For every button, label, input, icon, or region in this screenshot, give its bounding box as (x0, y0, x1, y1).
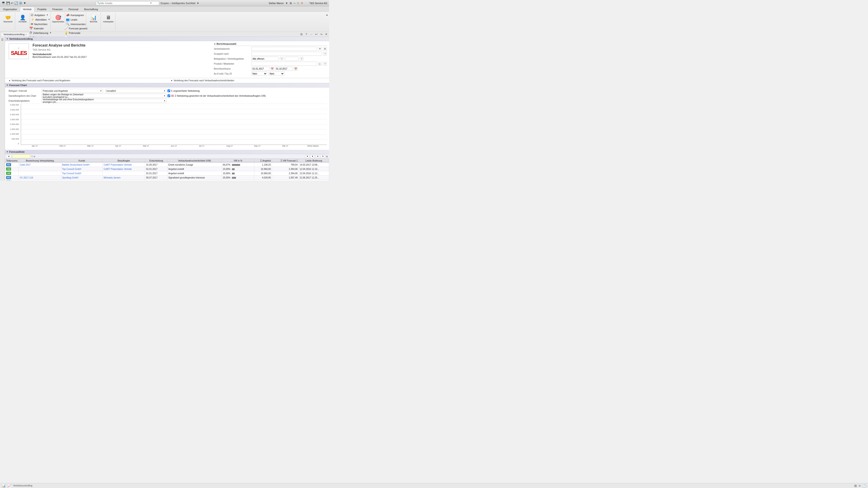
link-kunde-3[interactable]: Sportbag GmbH (62, 176, 79, 179)
section-forecast-chart[interactable]: ▼ Forecast Chart (5, 83, 329, 88)
checkbox-ungewichtet[interactable] (167, 90, 170, 92)
search-dropdown[interactable]: ▼ (197, 2, 199, 4)
help-icon[interactable]: ? (304, 32, 308, 36)
filter-btn-vb[interactable]: ⊞ (323, 47, 327, 51)
th-beauftragter[interactable]: Beauftragter (103, 159, 145, 163)
date-from[interactable] (251, 67, 270, 71)
filter-btn-gruppiert[interactable]: ▽ (323, 52, 327, 56)
dropdown-entscheidung[interactable]: Vertriebsbelege mit und ohne Entscheidun… (41, 99, 166, 103)
redo-icon[interactable]: ↪ (319, 32, 323, 36)
link-beauftragter-1[interactable]: CeBIT Präsentation Vertrieb (103, 168, 131, 170)
aufgaben-dropdown[interactable]: ▼ (46, 14, 48, 16)
doc-tab-vertriebscontrolling[interactable]: Vertriebscontrolling × (1, 32, 29, 37)
doc-tab-close[interactable]: × (26, 33, 27, 36)
search-input[interactable] (100, 2, 150, 4)
save-icon[interactable]: 💾 (6, 1, 10, 5)
input-gruppiert[interactable] (251, 52, 322, 56)
expand-icon-produkt[interactable]: ▷ (318, 62, 322, 66)
undo2-icon[interactable]: ↩ (314, 32, 318, 36)
input-vertriebsbericht[interactable] (251, 47, 317, 51)
zeiterfassung-dropdown[interactable]: ▼ (50, 32, 51, 34)
th-vw-text[interactable]: Verkaufswahrscheinlichkeit (VW) (167, 159, 222, 163)
ribbon-collapse[interactable]: ▲ (326, 13, 328, 16)
user-dropdown[interactable]: ▼ (285, 2, 288, 4)
aufgaben-button[interactable]: ☑ Aufgaben ▼ (30, 13, 51, 17)
window-minimize[interactable]: ─ (293, 2, 296, 5)
dist-header-left[interactable]: ▼ Verteilung des Forecasts nach Potenzia… (8, 79, 163, 82)
teamwork-button[interactable]: 🤝 Teamwork (2, 13, 13, 25)
th-angebot[interactable]: Σ Angebot (254, 159, 272, 163)
link-name-0[interactable]: Cebit 2017 (20, 164, 31, 166)
berichte-button[interactable]: 📊 Berichte (88, 13, 99, 25)
tab-beschaffung[interactable]: Beschaffung (81, 6, 101, 11)
tab-finanzen[interactable]: Finanzen (50, 6, 66, 11)
link-beauftragter-0[interactable]: CeBIT Präsentation Vertrieb (103, 164, 131, 166)
col-dropdown-2[interactable]: ▼ (310, 155, 315, 158)
th-bezeichnung[interactable]: Bezeichnung Verkaufsbeleg (19, 159, 61, 163)
link-kunde-1[interactable]: Top Consult GmbH (62, 168, 81, 170)
copy-icon[interactable]: ⧉ (299, 32, 303, 36)
tab-vertrieb[interactable]: Vertrieb (20, 7, 34, 12)
date-to[interactable] (275, 67, 293, 71)
calendar-to-btn[interactable]: 📅 (294, 67, 298, 70)
col-dropdown-3[interactable]: ▼ (315, 155, 320, 158)
undo-icon[interactable]: ↩ (11, 1, 13, 5)
settings-icon[interactable]: ⚙️ (19, 1, 22, 5)
kalender-button[interactable]: 📅 Kalender (29, 26, 53, 31)
dropdown-btn-vb[interactable]: ▼ (318, 47, 322, 51)
filter-input[interactable] (12, 155, 30, 158)
opportunities-button[interactable]: 🎯 Opportunities (53, 13, 64, 25)
th-vw-forecast[interactable]: Σ VW Forecast 1 (272, 159, 299, 163)
close2-icon[interactable]: ✕ (324, 32, 328, 36)
th-vw-pct[interactable]: VW in % (222, 159, 254, 163)
clear-filter-btn[interactable]: ✕ (6, 155, 11, 158)
tab-personal[interactable]: Personal (66, 6, 81, 11)
link-beauftragter-3[interactable]: Michaela Jansen (103, 176, 121, 179)
dist-header-right[interactable]: ▼ Verteilung des Forecasts nach Verkaufs… (170, 79, 326, 82)
link-kunde-0[interactable]: Babble Deutschland GmbH (62, 164, 90, 166)
select-as-if-sold-left[interactable]: NeinJa (251, 72, 267, 76)
interessenten-button[interactable]: 🔍 Interessenten (65, 22, 87, 26)
section-forecast-list[interactable]: ▼ Forecastliste (5, 150, 329, 154)
zeiterfassung-button[interactable]: ⏱ Zeiterfassung ▼ (29, 31, 53, 35)
search-bar[interactable]: 🔍 ▼ (96, 1, 159, 5)
arbeitsplatz-button[interactable]: 🖥 Arbeitsplatz (103, 13, 114, 25)
table-settings[interactable]: ⊞ (326, 155, 328, 158)
link-kunde-2[interactable]: Top Consult GmbH (62, 172, 81, 175)
dropdown-belegart[interactable]: Potenziale und Angebote ▼ (41, 89, 103, 93)
dropdown-interval[interactable]: monatlich ▼ (105, 89, 167, 93)
kampagnen-button[interactable]: 📣 Kampagnen (65, 13, 87, 17)
input-produkt[interactable] (251, 62, 317, 66)
sidebar-nav-icon[interactable]: ☰ (0, 38, 4, 42)
th-letzte[interactable]: Letzte Änderung (299, 159, 329, 163)
potenziale-button[interactable]: 💡 Potenziale (64, 31, 88, 35)
window-maximize[interactable]: □ (297, 2, 299, 5)
filter-btn-produkt[interactable]: ▽ (323, 62, 327, 66)
leads-button[interactable]: 👥 Leads (65, 18, 87, 22)
col-dropdown-1[interactable]: ▼ (305, 155, 309, 158)
forecast-button[interactable]: 📈 Forecast gesamt (64, 26, 88, 31)
col-dropdown-4[interactable]: ▼ (321, 155, 325, 158)
contacts-button[interactable]: 👤 Kontakte (17, 13, 28, 25)
refresh-icon[interactable]: 🔄 (14, 1, 18, 5)
filter-btn-belegstatus[interactable]: ▽ (280, 57, 283, 61)
more-icon[interactable]: ··· (309, 32, 313, 36)
calendar-from-btn[interactable]: 📅 (270, 67, 274, 70)
filter-icon[interactable]: ▼ (150, 2, 152, 4)
link-name-3[interactable]: VC-2017-116 (20, 176, 33, 179)
window-restore[interactable]: ⧉ (290, 2, 292, 5)
input-vertriebsgebiete[interactable] (285, 57, 298, 61)
filter-btn-vertriebsgebiete[interactable]: ▽ (300, 57, 303, 61)
input-belegstatus[interactable] (251, 57, 278, 61)
tab-organisation[interactable]: Organisation (0, 6, 20, 11)
th-kunde[interactable]: Kunde (61, 159, 103, 163)
tab-projekte[interactable]: Projekte (34, 6, 49, 11)
dropdown-icon[interactable]: ▼ (23, 1, 26, 5)
filter-icon2[interactable]: ⊛ (33, 155, 35, 158)
checkbox-gewichtet[interactable] (167, 94, 170, 97)
dropdown-darstellung[interactable]: Balken zeigen die Beträge im Zeitverlauf… (41, 94, 166, 98)
th-entscheidung[interactable]: Entscheidung (145, 159, 167, 163)
window-close[interactable]: ✕ (301, 2, 303, 5)
aktivitaeten-dropdown[interactable]: ▼ (48, 19, 50, 21)
aktivitaeten-button[interactable]: ⚡ Aktivitäten ▼ (30, 18, 51, 22)
